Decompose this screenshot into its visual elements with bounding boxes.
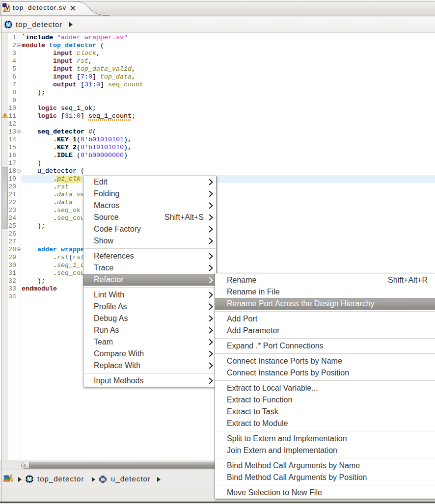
svg-text:M: M bbox=[27, 477, 31, 482]
svg-text:M: M bbox=[101, 477, 105, 482]
svg-text:M: M bbox=[6, 22, 10, 27]
